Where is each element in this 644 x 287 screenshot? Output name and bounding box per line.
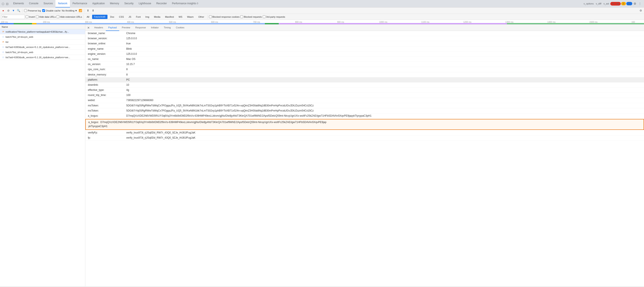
v-ast-tab[interactable]: v_ast xyxy=(603,2,610,5)
request-name: list?aid=6383&sdk_version=5.1.18_zip&dev… xyxy=(6,46,70,48)
invert-label: Invert xyxy=(29,16,35,18)
hide-data-urls-input[interactable] xyxy=(36,15,38,18)
payload-row-platform: platform: PC xyxy=(85,78,644,82)
filter-type-other[interactable]: Other xyxy=(196,15,206,19)
third-party-input[interactable] xyxy=(263,15,266,18)
throttle-select[interactable]: No throttling ▼ xyxy=(62,10,77,12)
tab-elements[interactable]: Elements xyxy=(11,0,26,8)
tab-cookies[interactable]: Cookies xyxy=(173,24,187,31)
tab-sources[interactable]: Sources xyxy=(41,0,56,8)
payload-key: platform: xyxy=(88,78,126,82)
cursor-icon[interactable]: ⬡ xyxy=(1,2,5,6)
tab-lighthouse[interactable]: Lighthouse xyxy=(136,0,154,8)
tab-memory[interactable]: Memory xyxy=(108,0,122,8)
payload-row: downlink: 10 xyxy=(85,82,644,88)
search-button[interactable]: 🔍 xyxy=(17,9,20,12)
disable-cache-label: Disable cache xyxy=(46,10,60,12)
payload-key: cpu_core_num: xyxy=(88,68,126,72)
stop-button[interactable]: ⊘ xyxy=(6,9,10,12)
more-icon[interactable]: ⋮ xyxy=(638,2,642,6)
hide-extension-urls-input[interactable] xyxy=(56,15,59,18)
settings-icon[interactable]: ⚙ xyxy=(633,2,637,6)
request-item[interactable]: □ list?aid=6383&sdk_version=5.1.18_zip&d… xyxy=(0,55,85,60)
filter-type-font[interactable]: Font xyxy=(134,15,143,19)
payload-row: webid: 7365822297129666060 xyxy=(85,98,644,103)
disable-cache-input[interactable] xyxy=(42,9,45,12)
request-name: batch/?biz_id=douyin_web xyxy=(6,36,33,38)
blocked-cookies-label: Blocked response cookies xyxy=(212,16,240,18)
request-item[interactable]: ⟳ notification/?device_platform=webapp&a… xyxy=(0,29,85,34)
filter-type-ws[interactable]: WS xyxy=(176,15,184,19)
name-column-header: 1 Name xyxy=(0,24,85,29)
filter-type-all[interactable]: All xyxy=(85,15,91,19)
payload-value: 4g xyxy=(126,88,129,92)
payload-value: verify_lvus973t_rjJSq0Dd_RW7r_43Q0_9ZJe_… xyxy=(126,131,196,135)
filter-input[interactable] xyxy=(1,15,25,19)
third-party-checkbox[interactable]: 3rd-party requests xyxy=(263,15,285,18)
blocked-cookies-input[interactable] xyxy=(209,15,212,18)
payload-content[interactable]: browser_name: Chrome browser_version: 12… xyxy=(85,31,644,286)
filter-type-media[interactable]: Media xyxy=(152,15,162,19)
tab-performance-insights[interactable]: Performance insights ⏱ xyxy=(169,0,201,8)
tab-headers[interactable]: Headers xyxy=(92,24,106,31)
filter-type-doc[interactable]: Doc xyxy=(108,15,116,19)
payload-key: webid: xyxy=(88,98,126,102)
throttle-arrow-icon: ▼ xyxy=(75,10,77,12)
wifi-icon[interactable]: 📶 xyxy=(78,9,82,12)
payload-row: browser_version: 125.0.0.0 xyxy=(85,36,644,41)
payload-key: engine_name: xyxy=(88,47,126,51)
preserve-log-input[interactable] xyxy=(24,9,27,12)
hide-extension-urls-checkbox[interactable]: Hide extension URLs xyxy=(56,15,82,18)
tab-network[interactable]: Network xyxy=(56,0,70,8)
v-options-tab[interactable]: v_opitons xyxy=(583,2,594,5)
network-settings-icon[interactable]: ⚙ xyxy=(639,9,643,12)
tab-security[interactable]: Security xyxy=(122,0,136,8)
tab-timing[interactable]: Timing xyxy=(161,24,173,31)
filter-type-js[interactable]: JS xyxy=(127,15,133,19)
request-name: list xyxy=(6,41,8,43)
v-diff-tab[interactable]: v_diff xyxy=(595,2,602,5)
filter-type-css[interactable]: CSS xyxy=(117,15,126,19)
payload-value: 8 xyxy=(126,68,128,72)
download-button[interactable]: ⬇ xyxy=(91,9,95,12)
request-item[interactable]: □ batch/?biz_id=douyin_web xyxy=(0,34,85,40)
invert-checkbox[interactable]: Invert xyxy=(26,15,35,18)
fetch-icon: ⟳ xyxy=(2,30,5,33)
request-item[interactable]: □ batch/?biz_id=douyin_web xyxy=(0,50,85,55)
request-item[interactable]: ⟳ list xyxy=(0,40,85,44)
filter-type-img[interactable]: Img xyxy=(144,15,151,19)
blocked-cookies-checkbox[interactable]: Blocked response cookies xyxy=(209,15,240,18)
separator-2 xyxy=(84,9,84,12)
invert-input[interactable] xyxy=(26,15,28,18)
payload-value: true xyxy=(126,42,131,46)
filter-type-manifest[interactable]: Manifest xyxy=(163,15,176,19)
tab-application[interactable]: Application xyxy=(90,0,108,8)
payload-value: verify_lvus973t_rjJSq0Dd_RW7r_43Q0_9ZJe_… xyxy=(126,136,196,140)
inspect-icon[interactable]: ⊡ xyxy=(5,2,10,6)
tab-console[interactable]: Console xyxy=(26,0,41,8)
filter-type-fetch-xhr[interactable]: Fetch/XHR xyxy=(92,15,108,19)
filter-type-wasm[interactable]: Wasm xyxy=(185,15,196,19)
filter-button[interactable]: ▼ xyxy=(12,9,15,12)
tab-performance[interactable]: Performance xyxy=(70,0,90,8)
upload-button[interactable]: ⬆ xyxy=(86,9,90,12)
tab-payload[interactable]: Payload xyxy=(106,24,120,31)
hide-data-urls-checkbox[interactable]: Hide data URLs xyxy=(36,15,56,18)
timeline-bar: 100 ms 200 ms 300 ms 400 ms 500 ms 600 m… xyxy=(0,20,644,24)
tab-preview[interactable]: Preview xyxy=(119,24,133,31)
blocked-requests-checkbox[interactable]: Blocked requests xyxy=(240,15,262,18)
payload-key: round_trip_time: xyxy=(88,93,126,97)
blocked-requests-input[interactable] xyxy=(240,15,243,18)
warn-count: 5 xyxy=(622,2,625,5)
request-item[interactable]: □ list?aid=6383&sdk_version=5.1.18_zip&d… xyxy=(0,44,85,50)
record-button[interactable]: ● xyxy=(1,9,5,12)
tab-initiator[interactable]: Initiator xyxy=(148,24,161,31)
disable-cache-checkbox[interactable]: Disable cache xyxy=(42,9,60,12)
tab-response[interactable]: Response xyxy=(133,24,148,31)
preserve-log-checkbox[interactable]: Preserve log xyxy=(24,9,41,12)
payload-row: round_trip_time: 100 xyxy=(85,93,644,98)
close-button[interactable]: ✕ xyxy=(86,25,91,30)
payload-row: browser_name: Chrome xyxy=(85,31,644,36)
payload-value: Mac OS xyxy=(126,57,136,61)
tab-recorder[interactable]: Recorder xyxy=(154,0,169,8)
